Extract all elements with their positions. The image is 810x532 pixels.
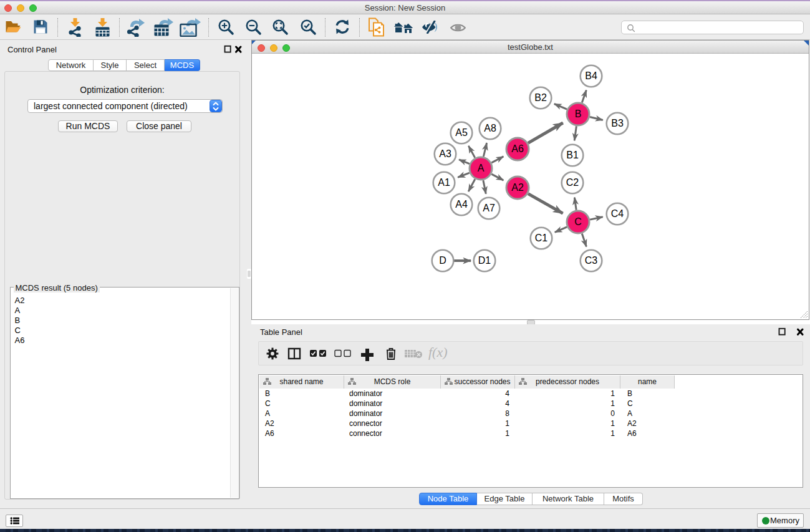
svg-text:C1: C1 (535, 233, 548, 243)
svg-text:C2: C2 (566, 177, 579, 188)
svg-text:A: A (478, 163, 485, 173)
svg-text:D1: D1 (478, 255, 491, 266)
svg-text:A3: A3 (439, 148, 451, 159)
svg-text:B: B (575, 109, 582, 119)
svg-text:C: C (574, 216, 582, 227)
svg-text:A4: A4 (455, 199, 468, 210)
svg-text:B2: B2 (534, 92, 547, 103)
svg-text:A6: A6 (511, 143, 524, 154)
svg-text:B1: B1 (566, 150, 579, 160)
svg-text:D: D (439, 255, 446, 266)
svg-text:A2: A2 (511, 182, 524, 193)
svg-text:B4: B4 (585, 70, 597, 81)
svg-text:C3: C3 (585, 255, 598, 266)
svg-text:A7: A7 (483, 203, 495, 213)
svg-text:A1: A1 (438, 177, 450, 188)
svg-text:B3: B3 (611, 118, 624, 128)
svg-text:A5: A5 (455, 127, 468, 138)
svg-text:A8: A8 (484, 123, 496, 133)
svg-text:C4: C4 (611, 208, 624, 219)
